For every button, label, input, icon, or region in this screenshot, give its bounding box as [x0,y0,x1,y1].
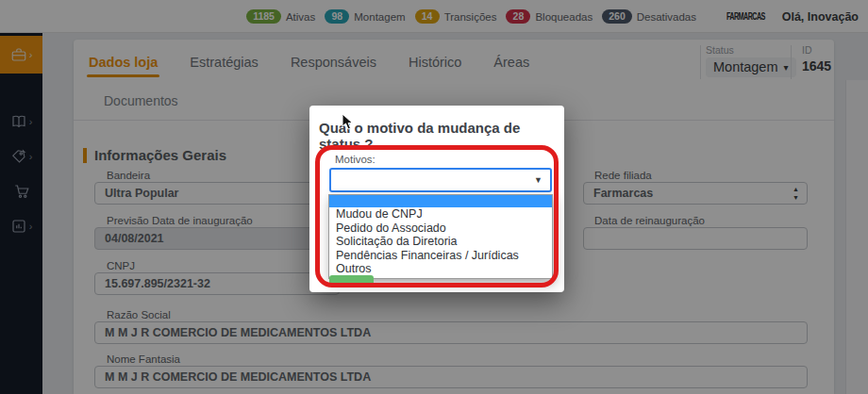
option-item[interactable]: Pendências Financeiras / Jurídicas [329,249,552,263]
app-window: 1185 Ativas 98 Montagem 14 Transições 28… [0,0,868,394]
motivos-option-list: Mudou de CNPJ Pedido do Associado Solici… [328,194,553,279]
save-button[interactable] [329,275,374,287]
option-empty-highlighted[interactable] [329,195,552,207]
option-item[interactable]: Mudou de CNPJ [329,207,552,222]
option-item[interactable]: Pedido do Associado [329,222,552,236]
motivos-select[interactable]: ▼ [329,168,552,192]
caret-down-icon: ▼ [534,175,542,185]
status-change-modal: Qual o motivo da mudança de status ? Mot… [309,106,564,292]
motivos-label: Motivos: [335,154,376,165]
modal-title: Qual o motivo da mudança de status ? [319,120,564,152]
option-item[interactable]: Solicitação da Diretoria [329,235,552,249]
option-item[interactable]: Outros [329,262,552,276]
